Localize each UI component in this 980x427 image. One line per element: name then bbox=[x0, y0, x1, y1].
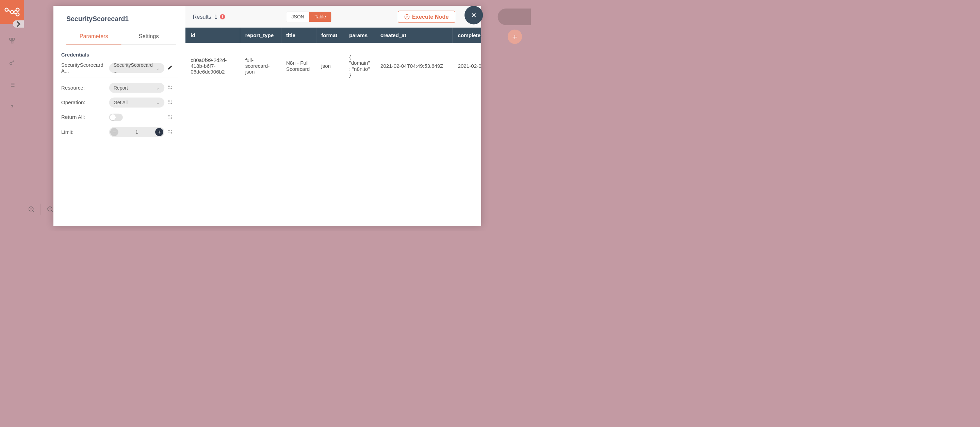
execute-label: Execute Node bbox=[412, 14, 449, 20]
execute-node-button[interactable]: Execute Node bbox=[398, 11, 455, 23]
svg-rect-5 bbox=[13, 38, 14, 40]
app-logo[interactable] bbox=[0, 0, 24, 24]
cell-created-at: 2021-02-04T04:49:53.649Z bbox=[375, 43, 453, 89]
svg-point-26 bbox=[170, 88, 172, 89]
divider bbox=[40, 204, 41, 215]
cell-format: json bbox=[316, 43, 344, 89]
cell-completed-at: 2021-02-04 bbox=[453, 43, 481, 89]
return-all-label: Return All: bbox=[61, 115, 109, 120]
th-title: title bbox=[281, 27, 316, 43]
svg-rect-6 bbox=[11, 41, 13, 43]
edit-credential-icon[interactable] bbox=[167, 65, 172, 71]
info-icon[interactable]: i bbox=[220, 14, 225, 19]
chevron-down-icon: ⌄ bbox=[156, 100, 160, 105]
background-pill bbox=[498, 8, 531, 25]
results-panel: Results: 1 i JSON Table Execute Node id … bbox=[185, 6, 481, 226]
svg-point-32 bbox=[171, 115, 172, 116]
node-modal: SecurityScorecard1 Parameters Settings C… bbox=[53, 6, 481, 226]
th-created-at: created_at bbox=[375, 27, 453, 43]
svg-point-33 bbox=[169, 118, 169, 118]
tab-settings[interactable]: Settings bbox=[121, 28, 176, 44]
credential-label: SecurityScorecard A... bbox=[61, 62, 109, 74]
svg-point-30 bbox=[170, 102, 172, 104]
help-icon[interactable] bbox=[8, 103, 16, 111]
svg-point-3 bbox=[16, 13, 19, 16]
svg-marker-40 bbox=[407, 16, 408, 18]
return-all-toggle[interactable] bbox=[109, 114, 123, 121]
svg-point-1 bbox=[11, 11, 14, 14]
stepper-decrement[interactable]: − bbox=[110, 128, 118, 136]
close-button[interactable] bbox=[465, 6, 483, 24]
collapse-sidebar-chevron-icon[interactable] bbox=[13, 21, 24, 28]
svg-rect-4 bbox=[10, 38, 11, 40]
th-report-type: report_type bbox=[240, 27, 281, 43]
parameters-panel: SecurityScorecard1 Parameters Settings C… bbox=[53, 6, 185, 226]
svg-point-31 bbox=[169, 115, 170, 116]
chevron-down-icon: ⌄ bbox=[156, 65, 160, 71]
svg-point-29 bbox=[169, 103, 169, 104]
cell-report-type: full-scorecard-json bbox=[240, 43, 281, 89]
svg-point-35 bbox=[169, 130, 170, 131]
limit-stepper[interactable]: − 1 + bbox=[109, 127, 165, 137]
svg-line-15 bbox=[33, 210, 34, 212]
divider bbox=[61, 78, 178, 78]
svg-point-34 bbox=[170, 118, 172, 119]
svg-point-0 bbox=[5, 8, 8, 11]
tab-parameters[interactable]: Parameters bbox=[66, 28, 121, 44]
results-count: Results: 1 bbox=[193, 14, 218, 20]
svg-point-28 bbox=[171, 100, 172, 102]
resource-label: Resource: bbox=[61, 85, 109, 91]
svg-point-36 bbox=[171, 130, 172, 131]
table-row[interactable]: c80a0f99-2d2d-418b-b6f7-06de6dc906b2 ful… bbox=[185, 43, 481, 89]
cell-id: c80a0f99-2d2d-418b-b6f7-06de6dc906b2 bbox=[185, 43, 240, 89]
svg-point-27 bbox=[169, 100, 170, 102]
cell-title: N8n - Full Scorecard bbox=[281, 43, 316, 89]
zoom-in-icon[interactable] bbox=[26, 204, 37, 215]
svg-point-37 bbox=[169, 132, 169, 134]
credentials-heading: Credentials bbox=[61, 52, 178, 57]
operation-value: Get All bbox=[114, 100, 127, 105]
credential-select[interactable]: SecurityScorecard ... ⌄ bbox=[109, 63, 165, 73]
svg-point-2 bbox=[16, 8, 19, 11]
stepper-increment[interactable]: + bbox=[155, 128, 163, 136]
svg-point-25 bbox=[169, 88, 169, 89]
gear-icon[interactable] bbox=[167, 129, 173, 135]
add-node-button[interactable]: + bbox=[508, 30, 522, 44]
gear-icon[interactable] bbox=[167, 114, 173, 120]
svg-point-24 bbox=[171, 86, 172, 87]
node-title: SecurityScorecard1 bbox=[66, 15, 176, 23]
workflows-icon[interactable] bbox=[8, 37, 16, 44]
operation-select[interactable]: Get All ⌄ bbox=[109, 98, 165, 108]
resource-value: Report bbox=[114, 85, 128, 91]
operation-label: Operation: bbox=[61, 100, 109, 105]
svg-point-38 bbox=[170, 132, 172, 134]
gear-icon[interactable] bbox=[167, 99, 173, 105]
limit-value: 1 bbox=[119, 129, 154, 135]
toggle-knob bbox=[110, 115, 116, 120]
limit-label: Limit: bbox=[61, 129, 109, 135]
credential-value: SecurityScorecard ... bbox=[114, 62, 156, 74]
view-json-button[interactable]: JSON bbox=[286, 11, 309, 22]
gear-icon[interactable] bbox=[167, 85, 173, 91]
svg-point-23 bbox=[169, 86, 170, 87]
credentials-key-icon[interactable] bbox=[8, 59, 16, 66]
th-id: id bbox=[185, 27, 240, 43]
view-table-button[interactable]: Table bbox=[309, 11, 331, 22]
th-completed-at: completed_at bbox=[453, 27, 481, 43]
chevron-down-icon: ⌄ bbox=[156, 85, 160, 91]
results-table: id report_type title format params creat… bbox=[185, 27, 481, 89]
view-toggle: JSON Table bbox=[286, 11, 331, 22]
executions-list-icon[interactable] bbox=[8, 81, 16, 89]
th-format: format bbox=[316, 27, 344, 43]
th-params: params bbox=[344, 27, 375, 43]
cell-params: { "domain": "n8n.io" } bbox=[344, 43, 375, 89]
resource-select[interactable]: Report ⌄ bbox=[109, 83, 165, 92]
svg-line-19 bbox=[51, 210, 53, 212]
